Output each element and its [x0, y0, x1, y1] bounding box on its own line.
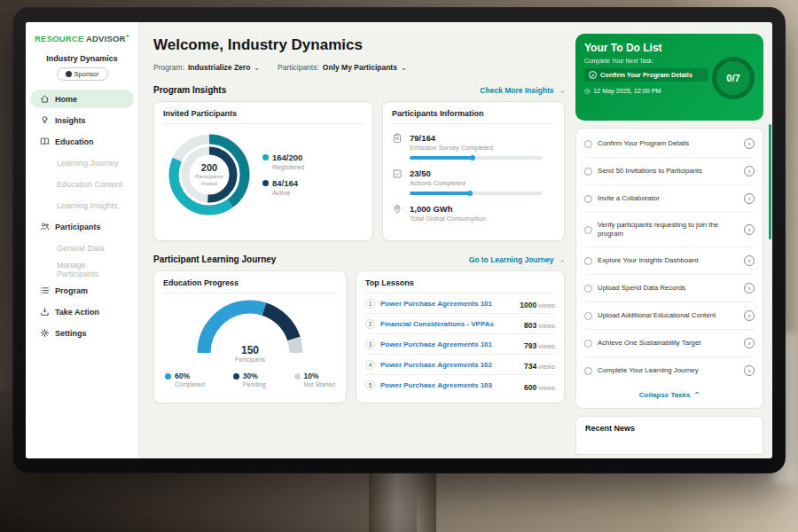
- task-checkbox[interactable]: [584, 226, 592, 234]
- lesson-link[interactable]: Power Purchase Agreements 102: [380, 361, 519, 369]
- sidebar-item-home[interactable]: Home: [30, 90, 134, 108]
- lesson-link[interactable]: Financial Considerations - VPPAs: [380, 320, 519, 328]
- legend-label: Completed: [175, 381, 205, 387]
- sidebar-item-label: Manage Participants: [57, 261, 127, 278]
- task-chevron-button[interactable]: ›: [744, 193, 755, 204]
- task-label: Verify participants requesting to join t…: [598, 221, 739, 239]
- book-icon: [40, 137, 50, 146]
- task-row[interactable]: Achieve One Sustainability Target ›: [584, 330, 755, 357]
- sidebar-item-learning-journey[interactable]: Learning Journey: [30, 153, 134, 172]
- task-chevron-button[interactable]: ›: [744, 255, 755, 266]
- legend-dot: [165, 373, 171, 379]
- stat-row: 79/164 Emission Survey Completed: [392, 133, 555, 160]
- task-chevron-button[interactable]: ›: [744, 365, 755, 376]
- task-checkbox[interactable]: [584, 367, 592, 375]
- lesson-link[interactable]: Power Purchase Agreements 101: [380, 300, 514, 308]
- task-checkbox[interactable]: [584, 257, 592, 265]
- task-due-label: 12 May 2025, 12:00 PM: [593, 87, 661, 95]
- stat-label: Actions Completed: [410, 179, 543, 187]
- legend-label: Active: [272, 189, 304, 197]
- sidebar-item-general-data[interactable]: General Data: [30, 239, 134, 257]
- stat-label: Total Global Consumption: [410, 215, 486, 223]
- sidebar-item-label: Insights: [55, 116, 86, 125]
- task-list-card: Confirm Your Program Details › Send 50 I…: [575, 128, 763, 409]
- progress-bar: [410, 192, 543, 195]
- sponsor-badge[interactable]: Sponsor: [57, 67, 108, 81]
- org-name: Industry Dynamics: [26, 54, 138, 63]
- lesson-row: 4 Power Purchase Agreements 102 734views: [365, 355, 555, 375]
- task-chevron-button[interactable]: ›: [744, 224, 755, 235]
- card-title: Education Progress: [163, 278, 337, 293]
- task-chevron-button[interactable]: ›: [744, 138, 755, 149]
- task-row[interactable]: Confirm Your Program Details ›: [584, 130, 755, 158]
- legend-item: 84/164 Active: [262, 178, 304, 197]
- stat-row: 1,000 GWh Total Global Consumption: [392, 204, 555, 223]
- task-checkbox[interactable]: [584, 195, 592, 203]
- lesson-link[interactable]: Power Purchase Agreements 103: [380, 381, 519, 389]
- filter-bar: Program: Industrialize Zero ⌄ Participan…: [153, 63, 565, 72]
- collapse-tasks-button[interactable]: Collapse Tasks ⌃: [584, 384, 755, 406]
- task-chevron-button[interactable]: ›: [744, 283, 755, 293]
- invited-participants-card: Invited Participants 200 Participants: [153, 101, 373, 241]
- donut-center: 200 Participants Invited: [163, 129, 255, 221]
- scrollbar-thumb[interactable]: [769, 124, 771, 239]
- lesson-views: 1000: [520, 301, 536, 309]
- location-pin-icon: [392, 204, 403, 215]
- task-chevron-button[interactable]: ›: [744, 310, 755, 321]
- task-checkbox[interactable]: [584, 340, 592, 348]
- task-chevron-button[interactable]: ›: [744, 338, 755, 348]
- task-row[interactable]: Explore Your Insights Dashboard ›: [584, 247, 755, 275]
- main-content: Welcome, Industry Dynamics Program: Indu…: [139, 22, 574, 458]
- views-unit: views: [538, 384, 555, 392]
- task-checkbox[interactable]: [584, 312, 592, 320]
- sidebar-item-education[interactable]: Education: [30, 132, 134, 151]
- sidebar-item-learning-insights[interactable]: Learning Insights: [30, 196, 134, 215]
- task-row[interactable]: Verify participants requesting to join t…: [584, 213, 755, 247]
- lesson-rank: 4: [365, 360, 375, 370]
- chevron-down-icon: ⌄: [254, 64, 260, 72]
- task-chevron-button[interactable]: ›: [744, 166, 755, 176]
- check-more-insights-link[interactable]: Check More Insights →: [480, 86, 565, 95]
- task-label: Confirm Your Program Details: [598, 139, 739, 148]
- task-row[interactable]: Upload Spend Data Records ›: [584, 275, 755, 302]
- todo-hero-card: Your To Do List Complete Your Next Task:…: [575, 34, 763, 121]
- task-row[interactable]: Send 50 Invitations to Participants ›: [584, 158, 755, 185]
- sidebar-item-education-content[interactable]: Education Content: [30, 175, 134, 193]
- sidebar-item-insights[interactable]: Insights: [30, 111, 134, 129]
- sidebar-item-manage-participants[interactable]: Manage Participants: [30, 260, 134, 278]
- next-task[interactable]: ✓ Confirm Your Program Details: [584, 68, 708, 82]
- arrow-right-icon: →: [558, 86, 566, 95]
- task-checkbox[interactable]: [584, 285, 592, 293]
- screen: RESOURCE ADVISOR+ Industry Dynamics Spon…: [26, 22, 772, 458]
- lesson-views: 734: [524, 362, 536, 371]
- link-label: Go to Learning Journey: [469, 255, 554, 264]
- lesson-row: 5 Power Purchase Agreements 103 600views: [365, 375, 555, 395]
- task-label: Upload Additional Educational Content: [598, 311, 739, 320]
- lesson-rank: 2: [365, 319, 375, 329]
- sidebar-item-label: Learning Insights: [57, 201, 118, 210]
- participants-filter[interactable]: Participants: Only My Participants ⌄: [278, 63, 407, 72]
- participants-filter-value: Only My Participants: [323, 63, 397, 72]
- sidebar-item-settings[interactable]: Settings: [30, 324, 134, 342]
- legend-item: 164/200 Registered: [262, 153, 304, 171]
- sidebar-item-take-action[interactable]: Take Action: [30, 302, 134, 321]
- sidebar-item-label: Program: [55, 286, 88, 295]
- task-row[interactable]: Invite a Collaborator ›: [584, 185, 755, 213]
- legend-value: 30%: [243, 372, 258, 380]
- task-checkbox[interactable]: [584, 140, 592, 148]
- task-checkbox[interactable]: [584, 168, 592, 176]
- task-row[interactable]: Upload Additional Educational Content ›: [584, 302, 755, 330]
- gear-icon: [40, 328, 50, 338]
- lesson-rank: 3: [365, 340, 375, 349]
- lesson-rank: 5: [365, 380, 375, 390]
- stat-value: 23/50: [410, 168, 543, 178]
- lesson-link[interactable]: Power Purchase Agreements 101: [380, 340, 519, 348]
- sidebar-item-program[interactable]: Program: [30, 281, 134, 300]
- sidebar-item-participants[interactable]: Participants: [30, 217, 134, 236]
- section-title: Participant Learning Journey: [153, 254, 276, 264]
- go-to-learning-journey-link[interactable]: Go to Learning Journey →: [469, 255, 565, 264]
- task-row[interactable]: Complete Your Learning Journey ›: [584, 357, 755, 384]
- monitor-frame: RESOURCE ADVISOR+ Industry Dynamics Spon…: [12, 7, 786, 473]
- program-filter[interactable]: Program: Industrialize Zero ⌄: [153, 63, 260, 72]
- gauge-center: 150 Participants: [192, 344, 308, 363]
